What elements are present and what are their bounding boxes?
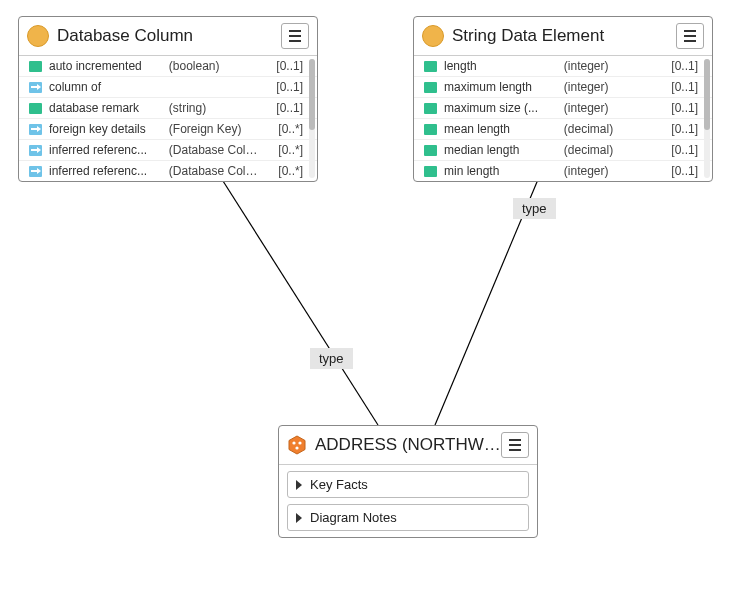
attr-name: foreign key details	[49, 122, 169, 136]
menu-button[interactable]	[281, 23, 309, 49]
expand-icon	[296, 513, 302, 523]
attr-cardinality: [0..1]	[656, 80, 698, 94]
edge-label-left[interactable]: type	[310, 348, 353, 369]
attribute-rows: length(integer)[0..1]maximum length(inte…	[414, 56, 712, 181]
attr-type: (decimal)	[564, 143, 656, 157]
class-icon	[422, 25, 444, 47]
attribute-row[interactable]: mean length(decimal)[0..1]	[414, 119, 712, 140]
svg-point-3	[292, 441, 295, 444]
menu-button[interactable]	[676, 23, 704, 49]
attr-type: (decimal)	[564, 122, 656, 136]
attr-cardinality: [0..1]	[656, 122, 698, 136]
attr-name: length	[444, 59, 564, 73]
node-title: String Data Element	[452, 26, 676, 46]
section-diagram-notes[interactable]: Diagram Notes	[287, 504, 529, 531]
attribute-row[interactable]: auto incremented(boolean)[0..1]	[19, 56, 317, 77]
attribute-rows: auto incremented(boolean)[0..1]column of…	[19, 56, 317, 181]
attribute-row[interactable]: min length(integer)[0..1]	[414, 161, 712, 181]
attr-cardinality: [0..1]	[261, 59, 303, 73]
section-key-facts[interactable]: Key Facts	[287, 471, 529, 498]
reference-icon	[29, 82, 42, 93]
scrollbar[interactable]	[309, 59, 315, 178]
attribute-row[interactable]: database remark(string)[0..1]	[19, 98, 317, 119]
attribute-row[interactable]: median length(decimal)[0..1]	[414, 140, 712, 161]
attribute-row[interactable]: inferred referenc...(Database Colu...[0.…	[19, 161, 317, 181]
attr-cardinality: [0..*]	[261, 143, 303, 157]
attr-cardinality: [0..1]	[656, 101, 698, 115]
attr-type: (Database Colu...	[169, 164, 261, 178]
svg-point-4	[298, 441, 301, 444]
section-label: Diagram Notes	[310, 510, 397, 525]
attribute-icon	[29, 61, 42, 72]
attr-name: min length	[444, 164, 564, 178]
reference-icon	[29, 166, 42, 177]
instance-icon	[287, 435, 307, 455]
class-icon	[27, 25, 49, 47]
node-title: Database Column	[57, 26, 281, 46]
attr-type: (integer)	[564, 80, 656, 94]
node-header: Database Column	[19, 17, 317, 56]
attribute-row[interactable]: column of[0..1]	[19, 77, 317, 98]
attribute-row[interactable]: maximum length(integer)[0..1]	[414, 77, 712, 98]
attr-name: database remark	[49, 101, 169, 115]
attribute-icon	[424, 61, 437, 72]
attr-name: inferred referenc...	[49, 143, 169, 157]
attribute-icon	[424, 82, 437, 93]
attr-type: (Foreign Key)	[169, 122, 261, 136]
attr-name: median length	[444, 143, 564, 157]
attr-type: (integer)	[564, 59, 656, 73]
svg-marker-2	[289, 436, 305, 454]
attr-cardinality: [0..1]	[261, 80, 303, 94]
attr-cardinality: [0..*]	[261, 122, 303, 136]
attribute-row[interactable]: foreign key details(Foreign Key)[0..*]	[19, 119, 317, 140]
attr-cardinality: [0..1]	[656, 59, 698, 73]
attribute-icon	[424, 166, 437, 177]
node-title: ADDRESS (NORTHWIN...	[315, 435, 501, 455]
attr-name: column of	[49, 80, 169, 94]
svg-line-0	[216, 170, 378, 425]
attr-type: (string)	[169, 101, 261, 115]
attr-name: auto incremented	[49, 59, 169, 73]
attr-name: inferred referenc...	[49, 164, 169, 178]
node-header: String Data Element	[414, 17, 712, 56]
svg-point-5	[295, 446, 298, 449]
attr-name: mean length	[444, 122, 564, 136]
attribute-row[interactable]: length(integer)[0..1]	[414, 56, 712, 77]
reference-icon	[29, 145, 42, 156]
attr-type: (Database Colu...	[169, 143, 261, 157]
section-label: Key Facts	[310, 477, 368, 492]
attribute-icon	[29, 103, 42, 114]
attribute-icon	[424, 145, 437, 156]
attr-cardinality: [0..1]	[656, 164, 698, 178]
attr-type: (integer)	[564, 164, 656, 178]
attr-name: maximum size (...	[444, 101, 564, 115]
attr-type: (integer)	[564, 101, 656, 115]
scrollbar[interactable]	[704, 59, 710, 178]
attr-name: maximum length	[444, 80, 564, 94]
attribute-icon	[424, 103, 437, 114]
menu-button[interactable]	[501, 432, 529, 458]
node-address[interactable]: ADDRESS (NORTHWIN... Key Facts Diagram N…	[278, 425, 538, 538]
attribute-icon	[424, 124, 437, 135]
node-database-column[interactable]: Database Column auto incremented(boolean…	[18, 16, 318, 182]
edge-label-right[interactable]: type	[513, 198, 556, 219]
attr-cardinality: [0..1]	[656, 143, 698, 157]
attr-cardinality: [0..*]	[261, 164, 303, 178]
node-header: ADDRESS (NORTHWIN...	[279, 426, 537, 465]
reference-icon	[29, 124, 42, 135]
node-string-data-element[interactable]: String Data Element length(integer)[0..1…	[413, 16, 713, 182]
attr-cardinality: [0..1]	[261, 101, 303, 115]
attr-type: (boolean)	[169, 59, 261, 73]
expand-icon	[296, 480, 302, 490]
attribute-row[interactable]: inferred referenc...(Database Colu...[0.…	[19, 140, 317, 161]
attribute-row[interactable]: maximum size (...(integer)[0..1]	[414, 98, 712, 119]
